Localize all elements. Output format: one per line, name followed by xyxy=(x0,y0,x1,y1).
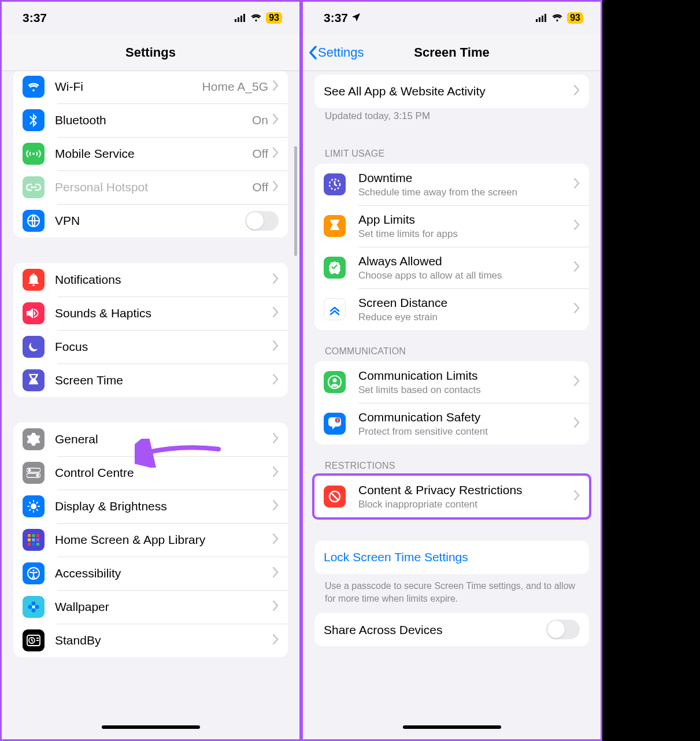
row-display[interactable]: Display & Brightness xyxy=(13,490,288,523)
moon-icon xyxy=(23,336,45,358)
row-label: Screen Distance xyxy=(358,295,574,310)
row-screen-distance[interactable]: Screen Distance Reduce eye strain xyxy=(314,288,589,330)
row-personal-hotspot[interactable]: Personal Hotspot Off xyxy=(13,171,288,204)
lock-note: Use a passcode to secure Screen Time set… xyxy=(303,574,601,613)
chevron-right-icon xyxy=(574,376,580,388)
grid-icon xyxy=(23,529,45,551)
link-icon xyxy=(23,176,45,198)
row-always-allowed[interactable]: Always Allowed Choose apps to allow at a… xyxy=(314,247,589,288)
row-focus[interactable]: Focus xyxy=(13,330,288,364)
row-vpn[interactable]: VPN xyxy=(13,204,288,238)
chevron-right-icon xyxy=(273,273,279,286)
row-share-across-devices[interactable]: Share Across Devices xyxy=(314,613,589,646)
wifi-icon xyxy=(23,76,45,98)
switches-icon xyxy=(23,462,45,484)
cellular-icon xyxy=(235,11,246,25)
section-limit-usage: LIMIT USAGE xyxy=(303,132,601,164)
chevron-right-icon xyxy=(574,261,580,274)
row-notifications[interactable]: Notifications xyxy=(13,263,288,297)
row-label: Wallpaper xyxy=(55,599,273,614)
row-label: Wi-Fi xyxy=(55,79,202,94)
row-wifi[interactable]: Wi-Fi Home A_5G xyxy=(13,71,288,103)
row-communication-safety[interactable]: Communication Safety Protect from sensit… xyxy=(314,403,589,444)
section-restrictions: RESTRICTIONS xyxy=(303,444,601,476)
chevron-right-icon xyxy=(273,307,279,320)
svg-point-26 xyxy=(32,606,35,609)
hourglass-icon xyxy=(23,369,45,391)
chat-bubble-icon xyxy=(324,413,346,435)
svg-point-25 xyxy=(35,605,39,609)
scrollbar[interactable] xyxy=(294,146,297,256)
check-badge-icon xyxy=(324,257,346,279)
chevron-right-icon xyxy=(273,500,279,513)
nav-bar: Settings xyxy=(2,34,299,71)
clock: 3:37 xyxy=(23,11,47,25)
chevron-right-icon xyxy=(273,533,279,546)
chevron-right-icon xyxy=(273,114,279,127)
svg-point-21 xyxy=(33,570,35,572)
row-downtime[interactable]: Downtime Schedule time away from the scr… xyxy=(314,164,589,205)
svg-point-24 xyxy=(28,605,32,609)
row-control-centre[interactable]: Control Centre xyxy=(13,456,288,490)
sun-icon xyxy=(23,495,45,517)
svg-rect-11 xyxy=(28,534,31,537)
row-home-screen[interactable]: Home Screen & App Library xyxy=(13,523,288,557)
row-wallpaper[interactable]: Wallpaper xyxy=(13,590,288,624)
row-bluetooth[interactable]: Bluetooth On xyxy=(13,103,288,137)
hourglass-icon xyxy=(324,215,346,237)
svg-rect-15 xyxy=(32,539,35,542)
home-indicator[interactable] xyxy=(403,725,501,729)
svg-rect-14 xyxy=(28,539,31,542)
row-label: Notifications xyxy=(55,272,273,287)
row-label: Lock Screen Time Settings xyxy=(324,550,580,564)
row-lock-settings[interactable]: Lock Screen Time Settings xyxy=(314,540,589,574)
no-entry-icon xyxy=(324,486,346,507)
chevron-right-icon xyxy=(574,303,580,316)
row-label: VPN xyxy=(55,213,245,228)
clock: 3:37 xyxy=(324,11,348,25)
home-indicator[interactable] xyxy=(102,725,200,729)
svg-point-22 xyxy=(32,602,36,606)
row-label: App Limits xyxy=(358,212,574,227)
svg-rect-2 xyxy=(240,16,242,22)
settings-list[interactable]: Wi-Fi Home A_5G Bluetooth On Mobile Serv… xyxy=(2,71,299,739)
row-label: Accessibility xyxy=(55,566,273,580)
row-label: Control Centre xyxy=(55,465,273,480)
chevron-right-icon xyxy=(273,634,279,647)
chevron-right-icon xyxy=(574,178,580,191)
settings-screen: 3:37 93 Settings Wi-Fi Home A_5G Bluetoo… xyxy=(0,0,301,741)
row-mobile-service[interactable]: Mobile Service Off xyxy=(13,137,288,171)
row-sounds[interactable]: Sounds & Haptics xyxy=(13,297,288,330)
chevron-right-icon xyxy=(574,490,580,503)
row-app-limits[interactable]: App Limits Set time limits for apps xyxy=(314,205,589,247)
svg-rect-13 xyxy=(36,534,39,537)
row-value: Home A_5G xyxy=(202,80,268,94)
svg-point-9 xyxy=(36,474,39,477)
downtime-icon xyxy=(324,173,346,195)
row-see-all-activity[interactable]: See All App & Website Activity xyxy=(314,75,589,108)
row-label: Downtime xyxy=(358,171,574,185)
svg-rect-30 xyxy=(539,17,540,22)
row-sub: Block inappropriate content xyxy=(358,498,574,510)
svg-rect-29 xyxy=(536,19,538,22)
battery-badge: 93 xyxy=(266,12,282,24)
row-general[interactable]: General xyxy=(13,423,288,456)
row-screen-time[interactable]: Screen Time xyxy=(13,364,288,397)
bluetooth-icon xyxy=(23,109,45,131)
back-button[interactable]: Settings xyxy=(309,45,364,60)
chevron-right-icon xyxy=(273,601,279,613)
screen-time-list[interactable]: See All App & Website Activity Updated t… xyxy=(303,71,601,739)
row-accessibility[interactable]: Accessibility xyxy=(13,557,288,590)
svg-rect-17 xyxy=(28,543,31,546)
vpn-toggle[interactable] xyxy=(245,211,279,231)
row-content-privacy[interactable]: Content & Privacy Restrictions Block ina… xyxy=(314,476,589,517)
wifi-icon xyxy=(250,11,262,25)
row-label: Screen Time xyxy=(55,373,273,387)
row-standby[interactable]: StandBy xyxy=(13,624,288,657)
share-toggle[interactable] xyxy=(546,620,580,639)
row-label: Display & Brightness xyxy=(55,499,273,513)
row-value: Off xyxy=(252,180,268,194)
distance-icon xyxy=(324,298,346,320)
svg-point-35 xyxy=(333,379,337,383)
row-communication-limits[interactable]: Communication Limits Set limits based on… xyxy=(314,361,589,403)
